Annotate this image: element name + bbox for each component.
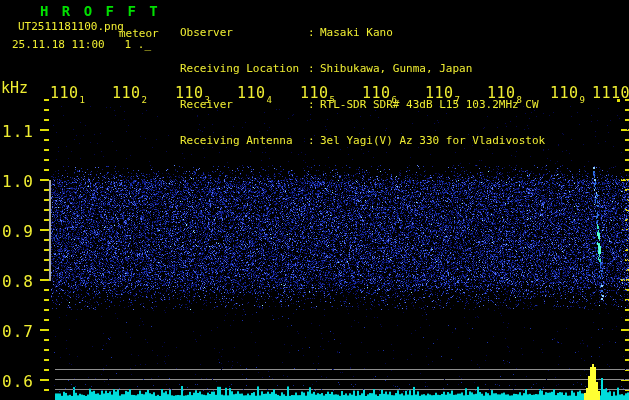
info-separator: : xyxy=(308,135,320,147)
time-tick-label: 1102 xyxy=(112,84,148,102)
time-tick-label: 1101 xyxy=(50,84,86,102)
time-tick-label: 1105 xyxy=(300,84,336,102)
time-tick-minute: 3 xyxy=(205,95,211,105)
info-label: Receiving Antenna xyxy=(180,135,308,147)
time-tick-label: 1110 xyxy=(592,84,629,102)
time-tick-minute: 2 xyxy=(142,95,148,105)
info-label: Observer xyxy=(180,27,308,39)
info-value: Masaki Kano xyxy=(320,27,393,39)
info-separator: : xyxy=(308,27,320,39)
freq-tick-label: 1.0 xyxy=(2,172,42,191)
info-row-observer: Observer:Masaki Kano xyxy=(180,27,545,39)
app-title: H R O F F T xyxy=(40,3,160,19)
time-tick-minute: 1 xyxy=(80,95,86,105)
info-row-location: Receiving Location:Shibukawa, Gunma, Jap… xyxy=(180,63,545,75)
time-tick-label: 1108 xyxy=(487,84,523,102)
freq-tick-label: 1.1 xyxy=(2,122,42,141)
time-tick-minute: 4 xyxy=(267,95,273,105)
freq-tick-label: 0.9 xyxy=(2,222,42,241)
time-tick-minute: 5 xyxy=(330,95,336,105)
time-tick-minute: 8 xyxy=(517,95,523,105)
output-filename: UT2511181100.png xyxy=(18,20,124,33)
info-separator: : xyxy=(308,63,320,75)
freq-axis-unit: kHz xyxy=(1,79,28,97)
freq-tick-label: 0.6 xyxy=(2,372,42,391)
time-tick-minute: 9 xyxy=(580,95,586,105)
freq-tick-label: 0.7 xyxy=(2,322,42,341)
time-tick-minute: 7 xyxy=(455,95,461,105)
time-tick-label: 1106 xyxy=(362,84,398,102)
time-tick-label: 1103 xyxy=(175,84,211,102)
time-tick-label: 1104 xyxy=(237,84,273,102)
info-row-antenna: Receiving Antenna:3el Yagi(V) Az 330 for… xyxy=(180,135,545,147)
info-label: Receiving Location xyxy=(180,63,308,75)
time-tick-minute: 6 xyxy=(392,95,398,105)
datetime-count-line: 25.11.18 11:00 1 ._ xyxy=(12,38,151,51)
hrofft-window: H R O F F T UT2511181100.png meteor 25.1… xyxy=(0,0,629,400)
info-value: 3el Yagi(V) Az 330 for Vladivostok xyxy=(320,135,545,147)
info-value: Shibukawa, Gunma, Japan xyxy=(320,63,472,75)
time-tick-label: 1107 xyxy=(425,84,461,102)
freq-tick-label: 0.8 xyxy=(2,272,42,291)
time-tick-label: 1109 xyxy=(550,84,586,102)
